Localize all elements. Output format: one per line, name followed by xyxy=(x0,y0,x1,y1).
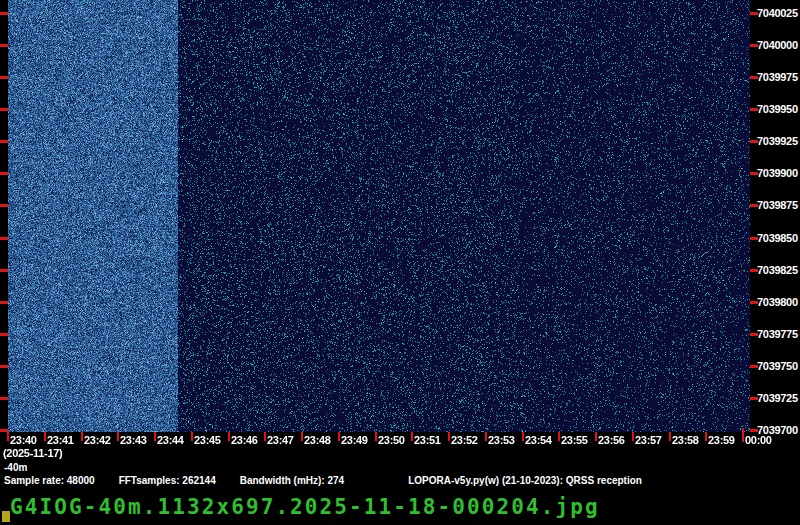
time-tick xyxy=(154,432,156,441)
freq-tick-label: 7040025 xyxy=(757,7,798,19)
time-tick-label: 23:54 xyxy=(525,434,552,446)
time-tick-label: 23:59 xyxy=(708,434,735,446)
time-tick-label: 23:47 xyxy=(267,434,294,446)
time-tick-label: 23:57 xyxy=(635,434,662,446)
filename-label: G4IOG-40m.1132x697.2025-11-18-000204.jpg xyxy=(10,495,600,519)
freq-tick-left xyxy=(0,269,8,272)
time-tick-label: 23:48 xyxy=(304,434,331,446)
time-tick xyxy=(117,432,119,441)
freq-tick-label: 7039800 xyxy=(757,296,798,308)
freq-tick-left xyxy=(0,44,8,47)
time-tick xyxy=(264,432,266,441)
time-tick-label: 23:53 xyxy=(488,434,515,446)
time-tick xyxy=(338,432,340,441)
freq-tick-label: 7039975 xyxy=(757,71,798,83)
time-tick-label: 23:43 xyxy=(120,434,147,446)
time-tick xyxy=(301,432,303,441)
time-tick xyxy=(375,432,377,441)
time-tick-label: 23:45 xyxy=(194,434,221,446)
freq-tick-left xyxy=(0,12,8,15)
freq-tick-label: 7039925 xyxy=(757,135,798,147)
time-tick xyxy=(669,432,671,441)
time-tick xyxy=(7,432,9,441)
time-tick-label: 23:41 xyxy=(47,434,74,446)
time-tick xyxy=(632,432,634,441)
stats-line: Sample rate: 48000FFTsamples: 262144Band… xyxy=(4,475,642,486)
freq-tick-left xyxy=(0,204,8,207)
freq-tick-left xyxy=(0,108,8,111)
freq-tick-left xyxy=(0,365,8,368)
freq-tick-label: 7040000 xyxy=(757,39,798,51)
time-tick-label: 23:55 xyxy=(561,434,588,446)
cursor-block xyxy=(2,511,10,522)
spectrogram-waterfall xyxy=(8,0,750,432)
freq-tick-label: 7039750 xyxy=(757,360,798,372)
freq-tick-label: 7039775 xyxy=(757,328,798,340)
time-tick xyxy=(44,432,46,441)
stats-part: FFTsamples: 262144 xyxy=(119,475,216,486)
freq-tick-label: 7039850 xyxy=(757,232,798,244)
time-tick xyxy=(191,432,193,441)
stats-part: LOPORA-v5y.py(w) (21-10-2023): QRSS rece… xyxy=(408,475,642,486)
time-tick xyxy=(81,432,83,441)
freq-tick-left xyxy=(0,397,8,400)
time-tick-label: 23:58 xyxy=(672,434,699,446)
time-tick-label: 23:42 xyxy=(84,434,111,446)
time-tick-label: 23:44 xyxy=(157,434,184,446)
time-tick xyxy=(411,432,413,441)
stats-part: Sample rate: 48000 xyxy=(4,475,95,486)
freq-tick-left xyxy=(0,172,8,175)
date-label: (2025-11-17) xyxy=(3,447,62,459)
time-tick xyxy=(448,432,450,441)
time-tick-label: 23:56 xyxy=(598,434,625,446)
time-tick xyxy=(558,432,560,441)
time-tick-label: 23:46 xyxy=(231,434,258,446)
time-tick xyxy=(742,428,744,442)
time-tick-label: 23:40 xyxy=(10,434,37,446)
freq-tick-label: 7039725 xyxy=(757,392,798,404)
time-tick xyxy=(522,432,524,441)
time-tick-label: 23:50 xyxy=(378,434,405,446)
freq-tick-left xyxy=(0,140,8,143)
time-tick xyxy=(705,432,707,441)
freq-tick-label: 7039950 xyxy=(757,103,798,115)
time-tick-label: 23:52 xyxy=(451,434,478,446)
band-label: -40m xyxy=(4,462,27,473)
time-tick-label: 23:51 xyxy=(414,434,441,446)
freq-tick-left xyxy=(0,76,8,79)
stats-part: Bandwidth (mHz): 274 xyxy=(240,475,344,486)
time-tick-label: 00:00 xyxy=(745,434,772,446)
time-tick xyxy=(228,432,230,441)
freq-tick-left xyxy=(0,301,8,304)
freq-tick-label: 7039900 xyxy=(757,167,798,179)
freq-tick-label: 7039825 xyxy=(757,264,798,276)
freq-tick-left xyxy=(0,333,8,336)
time-tick xyxy=(485,432,487,441)
freq-tick-left xyxy=(0,237,8,240)
freq-tick-label: 7039875 xyxy=(757,199,798,211)
time-tick-label: 23:49 xyxy=(341,434,368,446)
time-tick xyxy=(595,432,597,441)
